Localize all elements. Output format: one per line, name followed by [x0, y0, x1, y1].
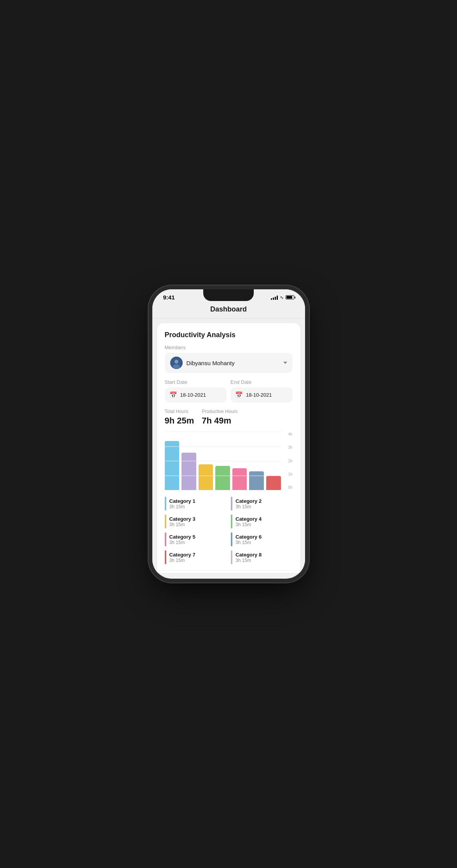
- legend-dot-4: [231, 514, 232, 528]
- legend-text-1: Category 1 3h 15m: [169, 498, 195, 509]
- legend-name-5: Category 5: [169, 534, 195, 540]
- wifi-icon: ∿: [280, 295, 284, 300]
- y-axis: 4h 3h 2h 1h 0h: [282, 432, 293, 490]
- phone-frame: 9:41 ∿ Dashboard Productivity Analysis M…: [152, 289, 305, 579]
- legend-item-7: Category 7 3h 15m: [165, 550, 227, 564]
- legend-text-8: Category 8 3h 15m: [235, 552, 262, 563]
- members-label: Members: [165, 345, 293, 350]
- legend-name-4: Category 4: [235, 516, 262, 522]
- status-icons: ∿: [271, 295, 294, 300]
- legend-time-3: 3h 15m: [169, 522, 195, 527]
- end-date-input[interactable]: 📅 18-10-2021: [230, 387, 293, 402]
- productive-hours: Productive Hours 7h 49m: [202, 409, 237, 426]
- legend-item-6: Category 6 3h 15m: [231, 532, 293, 546]
- legend-dot-1: [165, 497, 166, 511]
- legend-time-1: 3h 15m: [169, 504, 195, 509]
- legend-time-5: 3h 15m: [169, 540, 195, 545]
- legend-name-8: Category 8: [235, 552, 262, 558]
- start-date-value: 18-10-2021: [180, 392, 206, 398]
- total-hours: Total Hours 9h 25m: [165, 409, 194, 426]
- y-label-3h: 3h: [288, 445, 292, 450]
- legend-name-3: Category 3: [169, 516, 195, 522]
- end-date-field: End Date 📅 18-10-2021: [230, 379, 293, 402]
- notch: [203, 289, 254, 301]
- y-label-1h: 1h: [288, 472, 292, 476]
- legend-time-8: 3h 15m: [235, 558, 262, 563]
- calendar-icon-end: 📅: [235, 391, 243, 399]
- legend-name-1: Category 1: [169, 498, 195, 504]
- legend-name-7: Category 7: [169, 552, 195, 558]
- legend-item-5: Category 5 3h 15m: [165, 532, 227, 546]
- legend-item-3: Category 3 3h 15m: [165, 514, 227, 528]
- legend-time-6: 3h 15m: [235, 540, 262, 545]
- legend-item-1: Category 1 3h 15m: [165, 497, 227, 511]
- status-time: 9:41: [163, 294, 175, 301]
- legend-text-6: Category 6 3h 15m: [235, 534, 262, 545]
- member-name: Dibyansu Mohanty: [187, 360, 283, 366]
- legend-time-2: 3h 15m: [235, 504, 262, 509]
- chart-grid: [165, 432, 281, 490]
- productive-hours-label: Productive Hours: [202, 409, 237, 414]
- legend-grid: Category 1 3h 15m Category 2 3h 15m Cate…: [165, 497, 293, 564]
- date-row: Start Date 📅 18-10-2021 End Date 📅 18-10…: [165, 379, 293, 402]
- y-label-4h: 4h: [288, 432, 292, 436]
- legend-dot-3: [165, 514, 166, 528]
- legend-name-2: Category 2: [235, 498, 262, 504]
- legend-text-4: Category 4 3h 15m: [235, 516, 262, 527]
- legend-dot-2: [231, 497, 232, 511]
- stats-row: Total Hours 9h 25m Productive Hours 7h 4…: [165, 409, 293, 426]
- legend-dot-6: [231, 532, 232, 546]
- legend-text-3: Category 3 3h 15m: [169, 516, 195, 527]
- legend-name-6: Category 6: [235, 534, 262, 540]
- end-date-value: 18-10-2021: [246, 392, 272, 398]
- y-label-0h: 0h: [288, 485, 292, 490]
- end-date-label: End Date: [230, 379, 293, 385]
- legend-text-2: Category 2 3h 15m: [235, 498, 262, 509]
- start-date-label: Start Date: [165, 379, 227, 385]
- legend-dot-8: [231, 550, 232, 564]
- start-date-field: Start Date 📅 18-10-2021: [165, 379, 227, 402]
- nav-title: Dashboard: [210, 305, 247, 313]
- chevron-down-icon: [283, 362, 287, 364]
- legend-dot-5: [165, 532, 166, 546]
- divider: [157, 570, 300, 571]
- legend-dot-7: [165, 550, 166, 564]
- productive-hours-value: 7h 49m: [202, 416, 237, 426]
- legend-item-8: Category 8 3h 15m: [231, 550, 293, 564]
- legend-time-4: 3h 15m: [235, 522, 262, 527]
- member-dropdown[interactable]: Dibyansu Mohanty: [165, 353, 293, 373]
- legend-text-7: Category 7 3h 15m: [169, 552, 195, 563]
- card-title: Productivity Analysis: [165, 331, 293, 339]
- battery-icon: [286, 295, 294, 299]
- start-date-input[interactable]: 📅 18-10-2021: [165, 387, 227, 402]
- productivity-card: Productivity Analysis Members Dibyansu M…: [157, 323, 300, 573]
- legend-item-4: Category 4 3h 15m: [231, 514, 293, 528]
- legend-item-2: Category 2 3h 15m: [231, 497, 293, 511]
- total-hours-value: 9h 25m: [165, 416, 194, 426]
- scroll-content[interactable]: Productivity Analysis Members Dibyansu M…: [152, 318, 305, 573]
- legend-text-5: Category 5 3h 15m: [169, 534, 195, 545]
- y-label-2h: 2h: [288, 459, 292, 463]
- svg-point-1: [174, 360, 178, 364]
- bar-chart: 4h 3h 2h 1h 0h: [165, 432, 293, 490]
- avatar: [170, 357, 183, 369]
- legend-time-7: 3h 15m: [169, 558, 195, 563]
- calendar-icon: 📅: [169, 391, 177, 399]
- nav-bar: Dashboard: [152, 302, 305, 318]
- svg-point-2: [173, 364, 180, 369]
- signal-icon: [271, 295, 278, 300]
- total-hours-label: Total Hours: [165, 409, 194, 414]
